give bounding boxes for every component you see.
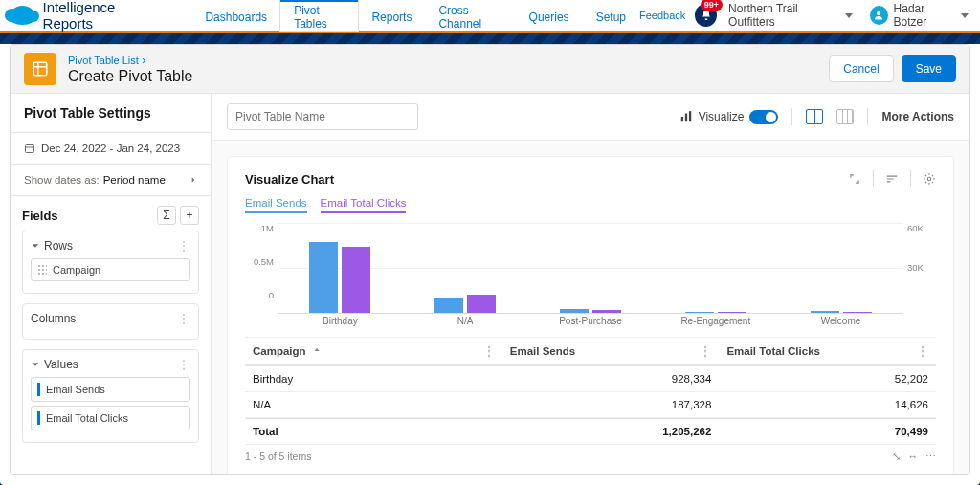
tab-queries[interactable]: Queries	[516, 0, 583, 32]
chevron-down-icon[interactable]	[31, 241, 40, 251]
notif-badge: 99+	[701, 0, 723, 11]
more-icon[interactable]: ⋯	[925, 451, 936, 462]
show-dates-selector[interactable]: Show dates as:Period name	[11, 165, 211, 196]
drag-handle-icon	[37, 264, 47, 276]
page-title: Create Pivot Table	[68, 68, 192, 85]
settings-sidebar: Pivot Table Settings Dec 24, 2022 - Jan …	[11, 94, 212, 474]
y-tick: 1M	[261, 223, 274, 233]
cancel-button[interactable]: Cancel	[829, 55, 893, 82]
date-range-picker[interactable]: Dec 24, 2022 - Jan 24, 2023	[11, 133, 211, 165]
more-icon[interactable]: ⋮	[178, 358, 190, 371]
tab-reports[interactable]: Reports	[358, 0, 425, 32]
fields-label: Fields	[22, 209, 153, 223]
x-tick: N/A	[403, 316, 528, 326]
y2-tick: 60K	[907, 223, 924, 233]
org-picker[interactable]: Northern Trail Outfitters	[728, 2, 853, 29]
chevron-down-icon	[961, 13, 969, 18]
sigma-button[interactable]: Σ	[157, 206, 176, 225]
x-tick: Re-Engagement	[653, 316, 778, 326]
svg-rect-1	[33, 62, 47, 76]
drag-handle-icon	[37, 383, 40, 396]
breadcrumb[interactable]: Pivot Table List ›	[68, 54, 192, 67]
user-menu[interactable]: Hadar Botzer	[870, 2, 969, 29]
bar	[592, 310, 621, 313]
row-field-campaign[interactable]: Campaign	[31, 258, 190, 281]
more-actions-menu[interactable]: More Actions	[881, 110, 954, 123]
notifications-button[interactable]: 99+	[695, 4, 717, 27]
expand-icon[interactable]	[848, 172, 861, 186]
chart-title: Visualize Chart	[245, 172, 334, 187]
salesforce-logo-icon	[10, 6, 35, 25]
user-name: Hadar Botzer	[894, 2, 957, 29]
sort-icon[interactable]	[885, 172, 899, 186]
chevron-down-icon[interactable]	[31, 360, 40, 369]
bar	[811, 311, 839, 313]
feedback-link[interactable]: Feedback	[639, 10, 685, 21]
top-nav: Intelligence Reports Dashboards Pivot Ta…	[0, 0, 980, 33]
chart-card: Visualize Chart Email Sends Ema	[227, 156, 954, 474]
more-icon[interactable]: ⋮	[178, 239, 190, 253]
col-clicks[interactable]: Email Total Clicks ⋮	[719, 338, 936, 366]
tab-pivot-tables[interactable]: Pivot Tables	[280, 0, 358, 32]
pivot-table-icon	[24, 53, 56, 85]
svg-point-9	[927, 177, 931, 181]
save-button[interactable]: Save	[902, 55, 956, 82]
avatar-icon	[870, 6, 888, 25]
x-tick: Post-Purchase	[528, 316, 654, 326]
table-row[interactable]: Birthday928,33452,202	[245, 366, 936, 392]
series-tab-sends[interactable]: Email Sends	[245, 197, 307, 213]
x-tick: Birthday	[278, 316, 403, 326]
main-area: Visualize More Actions Visualize Chart	[212, 94, 969, 474]
toggle-on-icon	[749, 110, 778, 124]
y2-tick: 30K	[907, 262, 924, 273]
org-name: Northern Trail Outfitters	[728, 2, 841, 29]
sort-asc-icon	[312, 346, 322, 356]
visualize-toggle[interactable]: Visualize	[679, 110, 779, 124]
pattern-bar	[0, 33, 980, 44]
value-field-clicks[interactable]: Email Total Clicks	[31, 406, 190, 430]
prev-page-icon[interactable]: ↔	[908, 451, 919, 462]
page-header: Pivot Table List › Create Pivot Table Ca…	[11, 45, 969, 94]
bar	[560, 309, 589, 313]
chart-plot: 1M 0.5M 0 BirthdayN/APost-PurchaseRe-Eng…	[245, 223, 936, 314]
tab-setup[interactable]: Setup	[583, 0, 639, 32]
pivot-name-input[interactable]	[227, 103, 418, 130]
col-sends[interactable]: Email Sends ⋮	[502, 338, 720, 366]
bar-chart-icon	[679, 110, 693, 123]
bar	[309, 242, 338, 313]
svg-rect-7	[684, 114, 686, 122]
drag-handle-icon	[37, 411, 40, 425]
columns-section: Columns⋮	[22, 303, 199, 340]
main-toolbar: Visualize More Actions	[212, 94, 969, 141]
total-sends: 1,205,262	[502, 418, 720, 445]
col-campaign[interactable]: Campaign⋮	[245, 338, 502, 366]
table-row[interactable]: N/A187,32814,626	[245, 392, 936, 418]
layout-split-button[interactable]	[806, 109, 823, 124]
values-section: Values⋮ Email Sends Email Total Clicks	[22, 349, 199, 443]
add-field-button[interactable]: +	[180, 206, 199, 225]
chevron-down-icon	[845, 13, 853, 18]
svg-rect-4	[26, 145, 34, 153]
svg-rect-8	[689, 111, 691, 121]
value-field-sends[interactable]: Email Sends	[31, 377, 190, 402]
chevron-right-icon	[189, 174, 197, 186]
gear-icon[interactable]	[923, 172, 936, 186]
bar	[467, 295, 496, 313]
total-clicks: 70,499	[719, 418, 936, 445]
y-tick: 0.5M	[254, 256, 274, 267]
collapse-icon[interactable]: ⤡	[892, 451, 901, 462]
tab-dashboards[interactable]: Dashboards	[191, 0, 280, 32]
bell-icon	[701, 10, 712, 21]
total-label: Total	[245, 418, 502, 445]
tab-cross-channel[interactable]: Cross-Channel	[425, 0, 515, 32]
app-name: Intelligence Reports	[43, 0, 164, 32]
layout-grid-button[interactable]	[836, 109, 854, 124]
more-icon[interactable]: ⋮	[178, 312, 190, 325]
pager-text: 1 - 5 of 5 items	[245, 451, 311, 462]
bar	[434, 298, 463, 313]
series-tab-clicks[interactable]: Email Total Clicks	[321, 197, 407, 213]
bar	[718, 312, 746, 313]
sidebar-title: Pivot Table Settings	[11, 94, 211, 133]
nav-tabs: Dashboards Pivot Tables Reports Cross-Ch…	[191, 0, 639, 32]
rows-section: Rows⋮ Campaign	[22, 231, 199, 294]
